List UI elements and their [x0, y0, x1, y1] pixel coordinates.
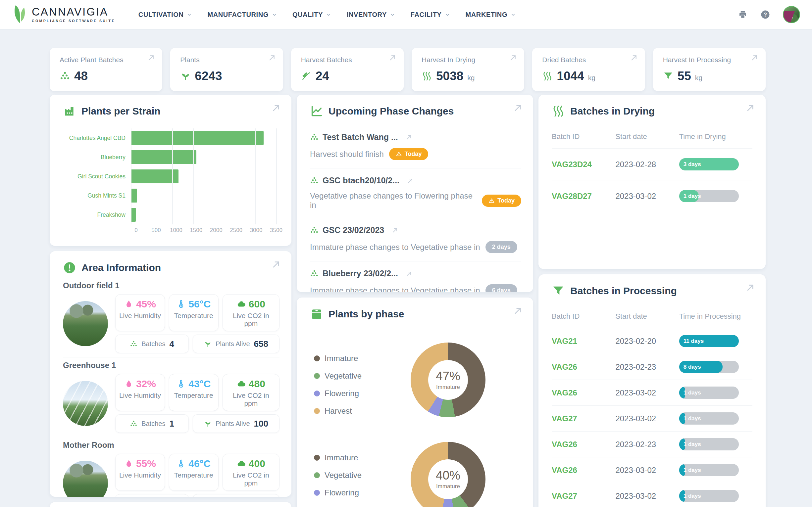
legend-label: Immature	[324, 453, 358, 462]
category-label: Girl Scout Cookies	[63, 167, 131, 186]
legend-item: Immature	[314, 453, 411, 462]
stat-value: 6243	[195, 69, 222, 83]
humidity-label: Live Humidity	[118, 392, 162, 399]
external-link-icon[interactable]	[388, 53, 397, 62]
external-link-icon[interactable]	[271, 103, 282, 113]
external-link-icon[interactable]	[509, 53, 518, 62]
batch-id-link[interactable]: VAG27	[552, 414, 615, 423]
stat-unit: kg	[467, 74, 474, 83]
area-photo	[63, 381, 108, 426]
nav-item-facility[interactable]: FACILITY	[411, 11, 450, 18]
batch-cluster-icon	[310, 269, 318, 278]
batch-id-link[interactable]: VAG23D24	[552, 160, 615, 169]
start-date: 2023-02-23	[615, 362, 679, 372]
batch-id-link[interactable]: VAG26	[552, 388, 615, 397]
table-row: VAG23D24 2023-02-28 3 days	[552, 149, 752, 180]
category-label: Charlottes Angel CBD	[63, 128, 131, 148]
stat-value: 24	[316, 69, 329, 83]
external-link-icon[interactable]	[750, 53, 759, 62]
batches-in-processing-card: Batches in Processing Batch ID Start dat…	[539, 274, 766, 507]
nav-item-quality[interactable]: QUALITY	[292, 11, 332, 18]
avatar[interactable]	[783, 6, 800, 23]
bar	[131, 150, 196, 164]
legend-swatch	[314, 455, 320, 461]
help-icon[interactable]: ?	[760, 10, 770, 19]
batch-id-link[interactable]: VAG26	[552, 362, 615, 372]
time-progress-bar: 1 days	[679, 412, 739, 425]
external-link-icon[interactable]	[267, 53, 276, 62]
batch-id-link[interactable]: VAG21	[552, 337, 615, 346]
legend-item: Flowering	[314, 488, 411, 497]
nav-item-manufacturing[interactable]: MANUFACTURING	[207, 11, 277, 18]
plants-by-phase-chart: ImmatureVegetativeFloweringHarvest 40% I…	[297, 442, 533, 507]
card-title: Batches in Processing	[570, 285, 677, 296]
stat-card: Plants 6243	[170, 48, 283, 91]
external-link-icon[interactable]	[271, 259, 282, 270]
area-name: Mother Room	[63, 441, 280, 450]
donut-legend: ImmatureVegetativeFloweringHarvest	[314, 342, 411, 417]
external-link-icon[interactable]	[405, 270, 413, 277]
waves-icon	[542, 71, 553, 81]
batch-cluster-icon	[130, 340, 138, 348]
external-link-icon[interactable]	[407, 177, 414, 184]
chevron-down-icon	[187, 12, 192, 17]
external-link-icon[interactable]	[629, 53, 639, 62]
x-axis-ticks: 0500100015002000250030003500	[136, 224, 276, 236]
external-link-icon[interactable]	[392, 227, 399, 234]
legend-item: Vegetative	[314, 371, 411, 381]
stat-label: Harvest Batches	[301, 56, 394, 64]
donut-chart: 47% Immature	[411, 342, 486, 417]
batch-id-link[interactable]: VAG27	[552, 492, 615, 501]
area-name: Outdoor field 1	[63, 281, 280, 290]
time-progress-bar: 3 days	[679, 158, 739, 170]
stat-label: Harvest In Processing	[663, 56, 756, 64]
batches-box: Batches 4	[115, 494, 189, 497]
nav-item-marketing[interactable]: MARKETING	[466, 11, 516, 18]
printer-icon[interactable]	[738, 10, 748, 19]
start-date: 2023-03-02	[615, 191, 679, 201]
bar	[131, 189, 137, 203]
bar-row	[131, 186, 276, 205]
stat-label: Plants	[180, 56, 273, 64]
external-link-icon[interactable]	[745, 282, 756, 293]
batch-id-link[interactable]: VAG26	[552, 466, 615, 475]
external-link-icon[interactable]	[147, 53, 156, 62]
alert-circle-icon	[63, 261, 76, 274]
stat-value: 48	[74, 69, 88, 83]
table-row: VAG28D27 2023-03-02 1 days	[552, 180, 752, 212]
chevron-down-icon	[326, 12, 332, 17]
waves-icon	[421, 71, 432, 81]
stat-card: Harvest In Processing 55 kg	[653, 48, 766, 91]
batch-cluster-icon	[130, 420, 138, 428]
nav-item-cultivation[interactable]: CULTIVATION	[139, 11, 192, 18]
funnel-icon	[552, 284, 565, 297]
x-tick-label: 1000	[170, 227, 183, 234]
batch-id-link[interactable]: VAG28D27	[552, 191, 615, 201]
external-link-icon[interactable]	[745, 103, 756, 113]
gridline	[214, 128, 215, 224]
x-tick-label: 2000	[210, 227, 222, 234]
area-information-card: Area Information Outdoor field 1 45% Liv…	[50, 251, 292, 497]
legend-swatch	[314, 408, 320, 414]
category-label: Gush Mints S1	[63, 186, 131, 205]
batch-name: Test Batch Wang ...	[322, 132, 398, 142]
batch-id-link[interactable]: VAG26	[552, 440, 615, 449]
external-link-icon[interactable]	[405, 134, 413, 141]
bar-row	[131, 128, 276, 148]
leaf-logo-icon	[13, 5, 28, 24]
stat-label: Active Plant Batches	[60, 56, 152, 64]
batch-cluster-icon	[310, 133, 318, 142]
waves-icon	[552, 105, 565, 118]
warning-triangle-icon	[489, 198, 495, 204]
external-link-icon[interactable]	[513, 305, 523, 316]
bar-row	[131, 205, 276, 224]
donut-center-label: Immature	[436, 384, 460, 391]
temperature-box: 43°C Temperature	[169, 374, 218, 411]
humidity-label: Live Humidity	[118, 312, 162, 320]
nav-item-inventory[interactable]: INVENTORY	[347, 11, 395, 18]
external-link-icon[interactable]	[513, 103, 523, 113]
droplet-icon	[124, 379, 134, 389]
droplet-icon	[124, 459, 134, 468]
legend-item: Harvest	[314, 406, 411, 416]
column-header: Time in Drying	[679, 132, 752, 141]
